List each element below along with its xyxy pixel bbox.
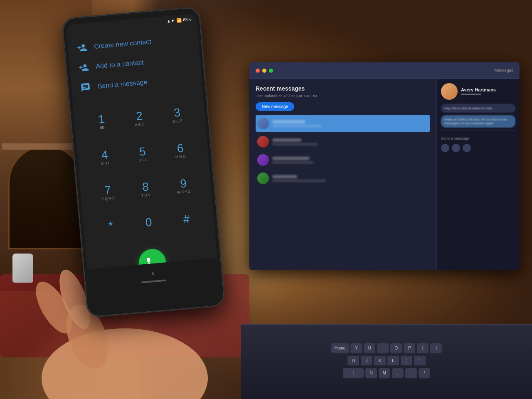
msg-text-1 [272, 120, 429, 127]
key-slash[interactable]: / [419, 368, 430, 379]
dial-letters-8: TUV [141, 193, 152, 199]
contact-panel: Avery Hartmans ●●●●●●●●●● Hey, this is n… [436, 79, 520, 270]
dial-key-3[interactable]: 3 DEF [157, 96, 198, 135]
dial-letters-6: MNO [175, 154, 187, 160]
dial-key-2[interactable]: 2 ABC [119, 100, 160, 138]
dial-num-9: 9 [180, 177, 187, 190]
key-quote[interactable]: ' [414, 356, 426, 366]
dial-key-5[interactable]: 5 JKL [122, 135, 163, 174]
msg-text-3 [272, 157, 429, 164]
new-message-button[interactable]: New message [256, 102, 294, 111]
battery-text: 88% [183, 17, 192, 22]
dial-letters-5: JKL [138, 158, 148, 163]
key-h[interactable]: H [347, 356, 359, 366]
dial-num-1: 1 [98, 113, 105, 126]
msg-avatar-2 [257, 136, 269, 148]
msg-name-blur-3 [272, 157, 310, 160]
dial-key-1[interactable]: 1 ☎ [81, 103, 122, 142]
key-y[interactable]: Y [350, 343, 362, 354]
dial-letters-hash [187, 225, 187, 230]
key-o[interactable]: O [390, 343, 402, 354]
dial-pad: 1 ☎ 2 ABC 3 DEF 4 GHI 5 JKL [81, 96, 207, 248]
more-button[interactable] [463, 144, 471, 152]
fireplace-arch [8, 145, 83, 249]
contact-sub: ●●●●●●●●●● [461, 92, 496, 96]
chat-bubble-1: Hey, this is nice at Haiku et I felt... [441, 104, 515, 113]
msg-avatar-1 [257, 118, 269, 129]
cup-decoration [12, 254, 33, 283]
dial-num-5: 5 [139, 145, 146, 158]
dial-key-4[interactable]: 4 GHI [84, 138, 125, 177]
key-shift[interactable]: ⇧ [343, 368, 364, 379]
home-indicator[interactable] [141, 279, 166, 283]
wifi-icon: ▲▼ [166, 18, 175, 24]
key-i[interactable]: I [377, 343, 389, 354]
key-j[interactable]: J [361, 356, 372, 366]
laptop-title: Messages [494, 68, 513, 73]
dial-key-0[interactable]: 0 + [128, 206, 169, 244]
msg-name-blur-4 [272, 175, 297, 178]
add-to-contact-label: Add to a contact [96, 59, 144, 70]
message-item-4[interactable] [256, 170, 430, 187]
back-button[interactable]: ‹ [151, 268, 155, 279]
dial-letters-2: ABC [135, 122, 145, 128]
dial-key-7[interactable]: 7 PQRS [88, 174, 128, 212]
nav-back-area: ‹ [140, 266, 166, 283]
send-message-icon [79, 81, 92, 94]
key-period[interactable]: . [405, 368, 417, 379]
msg-text-4 [272, 175, 429, 182]
phone-device: ▲▼ 📶 88% Create new contact [62, 7, 224, 317]
dial-letters-4: GHI [101, 161, 110, 167]
contact-header: Avery Hartmans ●●●●●●●●●● [441, 83, 515, 100]
msg-name-blur-1 [272, 120, 305, 123]
dial-num-0: 0 [145, 217, 153, 229]
key-bracket[interactable]: [ [417, 343, 429, 354]
key-l[interactable]: L [387, 356, 399, 366]
create-contact-icon [76, 42, 88, 54]
chat-bubble-2: Haiku at 1990-1 et! Also, It's so nice t… [441, 115, 515, 128]
phone-screen: ▲▼ 📶 88% Create new contact [66, 14, 219, 292]
message-item-3[interactable] [256, 152, 430, 168]
dial-num-8: 8 [142, 181, 149, 193]
keyboard-row-1: Home Y U I O P [ ] [249, 343, 524, 354]
dial-key-6[interactable]: 6 MNO [160, 132, 201, 170]
msg-avatar-4 [257, 172, 269, 184]
dial-letters-star [111, 232, 112, 237]
message-item-2[interactable] [256, 133, 430, 150]
msg-preview-blur-3 [272, 161, 314, 164]
send-controls [441, 144, 515, 152]
dial-key-9[interactable]: 9 WXYZ [163, 167, 204, 206]
dial-letters-3: DEF [173, 119, 183, 125]
key-n[interactable]: N [365, 368, 377, 379]
send-message-input[interactable] [441, 136, 515, 140]
context-menu: Create new contact Add to a contact Send… [67, 24, 203, 103]
recent-messages-header: Recent messages [256, 85, 430, 92]
msg-preview-blur-4 [272, 180, 326, 182]
add-to-contact-icon [77, 61, 90, 74]
dial-key-hash[interactable]: # [166, 202, 207, 241]
dial-num-6: 6 [177, 142, 184, 154]
keyboard-row-3: ⇧ N M , . / [249, 368, 524, 379]
key-k[interactable]: K [374, 356, 386, 366]
key-comma[interactable]: , [392, 368, 404, 379]
emoji-button[interactable] [441, 144, 449, 152]
attachment-button[interactable] [452, 144, 460, 152]
signal-icon: 📶 [176, 17, 182, 22]
dial-num-7: 7 [104, 184, 111, 196]
key-semi[interactable]: ; [401, 356, 412, 366]
keyboard-row-2: H J K L ; ' [249, 356, 524, 366]
key-home[interactable]: Home [331, 343, 349, 354]
contact-avatar [441, 83, 458, 100]
msg-text-2 [272, 138, 429, 145]
dial-num-2: 2 [135, 110, 143, 122]
dial-key-8[interactable]: 8 TUV [126, 170, 166, 209]
key-p[interactable]: P [404, 343, 415, 354]
laptop-content: Recent messages Last updated on 4/5/2019… [249, 79, 520, 270]
dial-num-4: 4 [101, 149, 108, 161]
dial-key-star[interactable]: * [91, 209, 131, 248]
key-bracket2[interactable]: ] [430, 343, 442, 354]
message-item-1[interactable] [256, 115, 430, 132]
dial-letters-9: WXYZ [177, 190, 192, 196]
key-m[interactable]: M [379, 368, 390, 379]
key-u[interactable]: U [364, 343, 375, 354]
